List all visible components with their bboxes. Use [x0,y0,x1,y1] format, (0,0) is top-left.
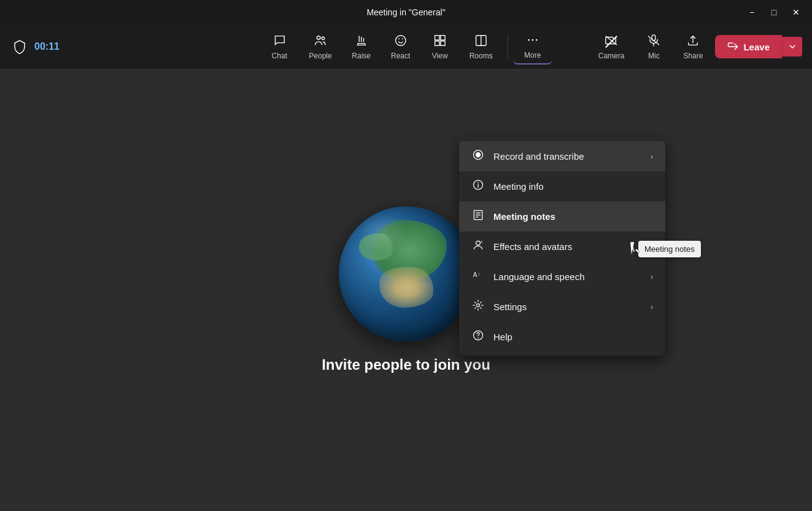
close-button[interactable]: ✕ [787,4,805,21]
more-label: More [524,51,541,60]
more-button[interactable]: More [513,29,552,64]
view-icon [433,34,447,49]
dropdown-menu: Record and transcribe › Meeting info [459,138,665,356]
svg-point-29 [477,304,480,307]
people-label: People [309,52,331,60]
maximize-button[interactable]: □ [765,4,783,21]
menu-item-help-label: Help [493,332,653,342]
camera-button[interactable]: Camera [591,30,632,64]
leave-chevron-button[interactable] [782,37,802,57]
settings-chevron-icon: › [651,303,653,311]
raise-icon [355,34,368,49]
raise-button[interactable]: Raise [342,30,381,64]
window-controls: − □ ✕ [743,4,805,21]
menu-item-language[interactable]: A ↑ Language and speech › [459,262,665,292]
toolbar-divider [508,34,508,59]
camera-icon [605,34,618,49]
share-icon [686,34,700,49]
menu-item-notes-label: Meeting notes [493,211,653,222]
notes-icon [471,209,485,224]
menu-item-settings-label: Settings [493,302,642,312]
leave-button[interactable]: Leave [715,35,782,58]
leave-label: Leave [743,42,770,52]
globe-container [339,206,474,341]
people-icon [314,34,327,49]
main-content: Invite people to join you Record and tra… [0,69,812,511]
language-icon: A ↑ [471,269,485,284]
help-icon [471,329,485,345]
svg-point-10 [532,39,533,41]
settings-icon [471,299,485,314]
menu-item-effects[interactable]: Effects and avatars [459,232,665,262]
svg-rect-3 [435,35,439,39]
menu-item-help[interactable]: Help [459,322,665,352]
effects-icon [471,239,485,254]
info-icon [471,179,485,194]
mic-label: Mic [648,52,660,60]
svg-point-20 [478,182,479,184]
menu-item-notes[interactable]: Meeting notes [459,201,665,232]
react-button[interactable]: React [381,30,420,64]
more-icon [526,33,539,49]
svg-point-1 [322,37,325,40]
toolbar-center: Chat People Raise [260,29,552,64]
rooms-label: Rooms [470,52,493,60]
svg-rect-5 [435,41,439,45]
people-button[interactable]: People [299,30,341,64]
shield-icon [10,37,29,57]
menu-item-record-label: Record and transcribe [493,151,642,162]
raise-label: Raise [352,52,371,60]
leave-button-group: Leave [715,35,802,58]
svg-point-18 [476,152,481,157]
minimize-button[interactable]: − [743,4,760,21]
react-label: React [391,52,410,60]
svg-point-0 [317,36,320,39]
window-title: Meeting in "General" [366,7,445,17]
record-chevron-icon: › [651,152,653,161]
menu-item-effects-label: Effects and avatars [493,241,653,252]
menu-item-info-label: Meeting info [493,181,653,192]
chat-button[interactable]: Chat [260,30,299,64]
globe-visual [339,206,474,341]
svg-point-2 [395,35,406,45]
svg-point-11 [536,39,538,41]
toolbar-left: 00:11 [10,37,65,57]
svg-rect-4 [441,35,445,39]
mic-icon [647,34,660,49]
react-icon [394,34,408,49]
chat-icon [273,34,286,49]
record-icon [471,149,485,164]
svg-point-31 [478,337,479,338]
invite-text: Invite people to join you [322,356,490,373]
chat-label: Chat [272,52,287,60]
share-label: Share [683,52,703,60]
rooms-icon [474,34,488,49]
call-timer: 00:11 [34,41,65,52]
menu-item-settings[interactable]: Settings › [459,292,665,322]
menu-item-language-label: Language and speech [493,271,642,282]
toolbar-right: Camera Mic Share [591,30,802,64]
menu-item-info[interactable]: Meeting info [459,171,665,201]
svg-point-26 [476,241,481,245]
view-label: View [432,52,448,60]
toolbar: 00:11 Chat People [0,25,812,69]
svg-rect-6 [441,41,445,45]
camera-label: Camera [598,52,625,60]
meeting-notes-tooltip: Meeting notes [638,241,701,257]
mic-button[interactable]: Mic [636,30,671,64]
menu-item-record[interactable]: Record and transcribe › [459,141,665,171]
view-button[interactable]: View [420,30,460,64]
svg-text:↑: ↑ [478,271,480,277]
svg-text:A: A [473,271,478,278]
globe-highlight [359,213,406,254]
rooms-button[interactable]: Rooms [460,30,503,64]
title-bar: Meeting in "General" − □ ✕ [0,0,812,25]
share-button[interactable]: Share [676,30,710,64]
svg-point-9 [528,39,530,41]
language-chevron-icon: › [651,273,653,281]
